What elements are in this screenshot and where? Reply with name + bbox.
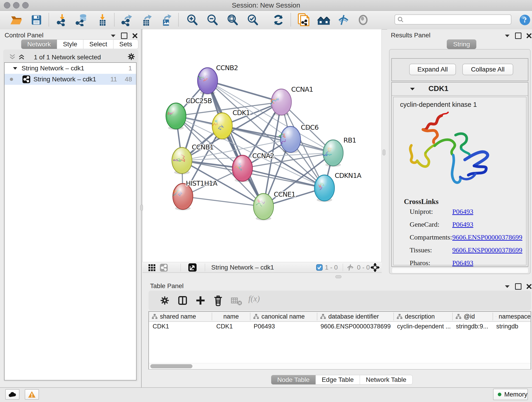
import-table-button[interactable] — [96, 13, 109, 27]
delete-column-icon[interactable] — [213, 295, 223, 306]
network-node-count: 11 — [110, 76, 117, 83]
zoom-out-button[interactable] — [206, 13, 219, 27]
export-table-button[interactable] — [140, 13, 153, 27]
tab-string[interactable]: String — [447, 39, 476, 49]
panel-close-icon[interactable] — [526, 284, 532, 289]
import-network-button[interactable] — [56, 13, 69, 27]
crosslink-uniprot-link[interactable]: P06493 — [452, 208, 473, 216]
crosslink-tissues-link[interactable]: 9606.ENSP00000378699 — [452, 246, 522, 254]
zoom-fit-button[interactable] — [226, 13, 239, 27]
network-node-CCNA1[interactable] — [270, 89, 291, 116]
network-node-RB1[interactable] — [322, 140, 343, 167]
panel-float-icon[interactable] — [505, 285, 510, 288]
export-image-button[interactable] — [159, 13, 173, 27]
network-collection-row[interactable]: String Network – cdk1 1 — [5, 63, 136, 74]
hidden-eye-slash-icon — [346, 264, 354, 271]
eye-icon — [357, 14, 369, 26]
show-columns-icon[interactable] — [177, 295, 188, 306]
column-header-shared-name[interactable]: shared name — [149, 312, 212, 321]
network-options-gear-icon[interactable] — [127, 52, 136, 61]
network-edge[interactable] — [208, 81, 264, 206]
expand-all-networks-icon[interactable] — [18, 54, 25, 60]
help-button[interactable]: ? — [518, 13, 532, 27]
network-node-HIST1H1A[interactable] — [173, 183, 193, 211]
network-node-CDC25B[interactable] — [166, 103, 186, 130]
network-node-CDKN1A[interactable] — [314, 175, 335, 202]
show-preview-button[interactable] — [356, 13, 370, 27]
tree-expander-icon[interactable] — [13, 67, 17, 70]
node-label-CCNA1: CCNA1 — [291, 85, 313, 93]
memory-button[interactable]: Memory — [493, 389, 528, 400]
save-session-button[interactable] — [30, 13, 43, 27]
panel-maximize-icon[interactable] — [515, 32, 521, 39]
network-overview-icon[interactable] — [160, 264, 168, 272]
eye-slash-icon — [337, 14, 350, 26]
column-header-id[interactable]: @id — [453, 312, 493, 321]
right-splitter-handle[interactable] — [383, 149, 385, 155]
left-splitter-handle[interactable] — [140, 205, 143, 211]
cloud-status-button[interactable] — [5, 389, 19, 400]
table-scrollbar-track[interactable] — [149, 363, 531, 369]
table-row[interactable]: CDK1 CDK1 P06493 9606.ENSP00000378699 cy… — [149, 321, 531, 332]
clear-table-icon[interactable] — [231, 297, 243, 306]
import-network-from-database-button[interactable] — [75, 13, 88, 27]
search-input[interactable] — [404, 16, 511, 23]
crosslink-pharos-link[interactable]: P06493 — [452, 259, 473, 267]
zoom-in-button[interactable] — [186, 13, 199, 27]
network-node-CCNB1[interactable] — [172, 147, 192, 174]
crosslink-compartments-link[interactable]: 9606.ENSP00000378699 — [452, 233, 522, 241]
protein-collapse-icon[interactable] — [410, 87, 415, 91]
network-canvas[interactable]: CCNB2CCNA1CDC25BCDK1CDC6RB1CCNB1CCNA2CDK… — [143, 29, 382, 262]
houses-icon — [317, 14, 330, 26]
function-builder-button[interactable]: f(x) — [248, 294, 260, 303]
tab-network-table[interactable]: Network Table — [360, 375, 413, 385]
network-node-CCNB2[interactable] — [197, 68, 218, 95]
hidden-counts: 0 - 0 — [357, 264, 370, 271]
expand-all-button[interactable]: Expand All — [409, 64, 456, 75]
panel-maximize-icon[interactable] — [515, 283, 521, 290]
open-session-button[interactable] — [10, 13, 23, 27]
table-options-gear-icon[interactable] — [159, 295, 170, 306]
warning-status-button[interactable] — [25, 389, 39, 400]
network-node-CCNE1[interactable] — [253, 193, 273, 220]
network-row-selected[interactable]: String Network – cdk1 11 48 — [5, 74, 136, 85]
collapse-all-networks-icon[interactable] — [9, 54, 16, 60]
hide-selected-button[interactable] — [337, 13, 350, 27]
crosslink-genecard-link[interactable]: P06493 — [452, 220, 473, 228]
horizontal-splitter-handle[interactable] — [336, 275, 341, 278]
toolbar-separator — [291, 13, 291, 26]
string-home-button[interactable] — [317, 13, 330, 27]
column-header-database-identifier[interactable]: database identifier — [317, 312, 393, 321]
column-header-name[interactable]: name — [212, 312, 250, 321]
tab-edge-table[interactable]: Edge Table — [316, 375, 360, 385]
panel-float-icon[interactable] — [505, 34, 510, 38]
pan-crosshair-icon[interactable] — [371, 263, 380, 272]
results-scrollbar[interactable] — [392, 268, 528, 273]
tab-network[interactable]: Network — [21, 39, 57, 49]
control-panel-title: Control Panel — [5, 32, 44, 39]
column-header-canonical-name[interactable]: canonical name — [250, 312, 317, 321]
birds-eye-view-icon[interactable] — [148, 264, 155, 271]
cell-id: stringdb:9... — [452, 323, 493, 330]
collapse-all-button[interactable]: Collapse All — [462, 64, 513, 75]
export-network-button[interactable] — [120, 13, 133, 27]
network-edge[interactable] — [183, 196, 264, 206]
panel-close-icon[interactable] — [526, 33, 532, 38]
tab-node-table[interactable]: Node Table — [271, 375, 316, 385]
zoom-selected-button[interactable] — [246, 13, 259, 27]
panel-float-icon[interactable] — [110, 34, 116, 38]
table-scrollbar-thumb[interactable] — [150, 364, 192, 368]
tab-sets[interactable]: Sets — [113, 39, 138, 49]
panel-maximize-icon[interactable] — [121, 32, 127, 39]
column-header-namespace[interactable]: namespace — [493, 312, 531, 321]
open-view-icon[interactable] — [188, 263, 196, 272]
panel-close-icon[interactable] — [133, 33, 138, 38]
cloud-icon — [8, 391, 17, 397]
refresh-network-button[interactable] — [272, 13, 285, 27]
tab-style[interactable]: Style — [57, 39, 83, 49]
tab-select[interactable]: Select — [83, 39, 114, 49]
add-column-icon[interactable] — [195, 295, 206, 306]
string-import-button[interactable] — [297, 13, 310, 27]
selected-checkbox-icon[interactable] — [316, 264, 323, 271]
column-header-description[interactable]: description — [394, 312, 452, 321]
